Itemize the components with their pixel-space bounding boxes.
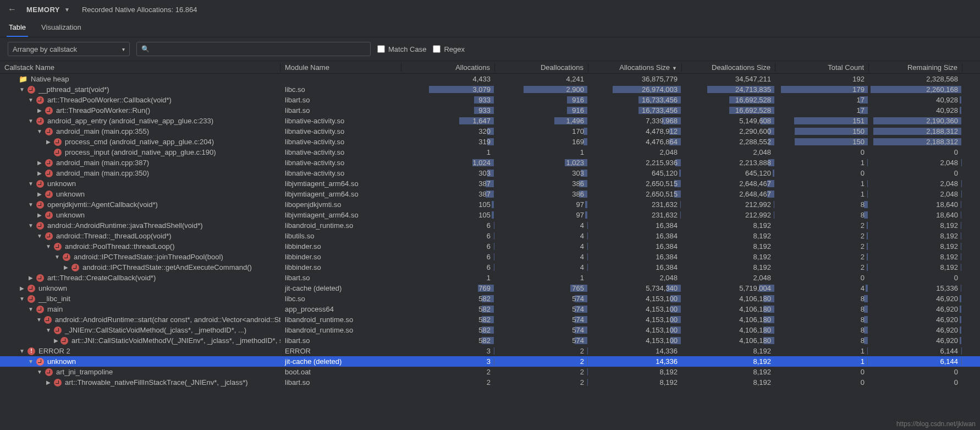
table-row[interactable]: ▶process_input (android_native_app_glue.…: [0, 147, 980, 157]
chevron-down-icon[interactable]: ▼: [64, 7, 70, 13]
disclosure-open-icon[interactable]: ▼: [36, 317, 42, 323]
match-case-checkbox[interactable]: Match Case: [377, 45, 426, 53]
search-input[interactable]: [153, 45, 366, 53]
table-row[interactable]: ▶art::Throwable_nativeFillInStackTrace(_…: [0, 377, 980, 388]
table-row[interactable]: ▼android::AndroidRuntime::javaThreadShel…: [0, 220, 980, 231]
disclosure-closed-icon[interactable]: ▶: [54, 338, 58, 344]
disclosure-closed-icon[interactable]: ▶: [45, 139, 52, 145]
dealloc_size-cell: 4,106,180: [682, 326, 775, 334]
col-alloc-size[interactable]: Allocations Size▼: [588, 63, 682, 72]
table-row[interactable]: ▼android_app_entry (android_native_app_g…: [0, 116, 980, 126]
table-row[interactable]: ▶📁Native heap4,4334,24136,875,77934,547,…: [0, 74, 980, 84]
dealloc_size-cell: 8,192: [682, 378, 775, 387]
table-row[interactable]: ▶android_main (main.cpp:387)libnative-ac…: [0, 157, 980, 168]
table-row[interactable]: ▶art::JNI::CallStaticVoidMethodV(_JNIEnv…: [0, 335, 980, 346]
alloc_size-cell: 14,336: [588, 357, 682, 366]
disclosure-open-icon[interactable]: ▼: [27, 97, 34, 103]
disclosure-open-icon[interactable]: ▼: [27, 358, 34, 364]
tab-visualization[interactable]: Visualization: [39, 19, 84, 37]
table-row[interactable]: ▼art_jni_trampolineboot.oat228,1928,1920…: [0, 367, 980, 377]
callstack-name: process_cmd (android_native_app_glue.c:2…: [65, 138, 214, 146]
callstack-name: android::AndroidRuntime::start(char cons…: [55, 315, 280, 324]
table-row[interactable]: ▶unknownlibjvmtiagent_arm64.so3873862,65…: [0, 189, 980, 199]
table-row[interactable]: ▶process_cmd (android_native_app_glue.c:…: [0, 137, 980, 147]
disclosure-open-icon[interactable]: ▼: [36, 233, 43, 239]
regex-input[interactable]: [433, 45, 441, 53]
callstack-name: __pthread_start(void*): [38, 85, 109, 94]
disclosure-closed-icon[interactable]: ▶: [36, 212, 43, 218]
arrange-by-select[interactable]: Arrange by callstack ▾: [8, 42, 130, 56]
total_count-cell: 1: [775, 357, 869, 366]
disclosure-open-icon[interactable]: ▼: [27, 202, 34, 208]
dealloc_size-cell: 212,992: [682, 211, 775, 219]
callstack-cell: ▶android_main (main.cpp:387): [0, 159, 280, 167]
table-row[interactable]: ▼art::ThreadPoolWorker::Callback(void*)l…: [0, 95, 980, 105]
col-total-count[interactable]: Total Count: [775, 63, 869, 72]
disclosure-open-icon[interactable]: ▼: [27, 181, 34, 187]
table-row[interactable]: ▼android::AndroidRuntime::start(char con…: [0, 314, 980, 325]
remain_size-cell: 2,048: [869, 179, 962, 188]
alloc_size-cell: 16,733,456: [588, 106, 682, 115]
table-row[interactable]: ▼openjdkjvmti::AgentCallback(void*)libop…: [0, 199, 980, 210]
disclosure-open-icon[interactable]: ▼: [19, 296, 25, 302]
disclosure-open-icon[interactable]: ▼: [36, 128, 43, 134]
search-field[interactable]: 🔍: [136, 42, 371, 56]
col-dealloc-size[interactable]: Deallocations Size: [682, 63, 775, 72]
match-case-input[interactable]: [377, 45, 385, 53]
tab-table[interactable]: Table: [7, 19, 28, 37]
disclosure-open-icon[interactable]: ▼: [27, 118, 34, 124]
table-row[interactable]: ▼mainapp_process645825744,153,1004,106,1…: [0, 304, 980, 314]
table-row[interactable]: ▼__libc_initlibc.so5825744,153,1004,106,…: [0, 293, 980, 304]
disclosure-open-icon[interactable]: ▼: [19, 86, 25, 92]
table-row[interactable]: ▼android::IPCThreadState::joinThreadPool…: [0, 252, 980, 262]
disclosure-closed-icon[interactable]: ▶: [19, 285, 25, 291]
remain_size-cell: 0: [869, 368, 962, 376]
disclosure-closed-icon[interactable]: ▶: [27, 275, 34, 281]
callstack-cell: ▼android::AndroidRuntime::start(char con…: [0, 315, 280, 324]
table-row[interactable]: ▼android_main (main.cpp:355)libnative-ac…: [0, 126, 980, 137]
disclosure-open-icon[interactable]: ▼: [19, 348, 25, 354]
table-row[interactable]: ▼!ERROR 2ERROR3214,3368,19216,144: [0, 346, 980, 356]
table-row[interactable]: ▼unknownlibjvmtiagent_arm64.so3873862,65…: [0, 178, 980, 189]
disclosure-closed-icon[interactable]: ▶: [36, 107, 43, 113]
table-row[interactable]: ▶art::Thread::CreateCallback(void*)libar…: [0, 273, 980, 283]
disclosure-open-icon[interactable]: ▼: [54, 254, 60, 260]
deallocs-cell: 386: [495, 179, 588, 188]
table-row[interactable]: ▼_JNIEnv::CallStaticVoidMethod(_jclass*,…: [0, 325, 980, 335]
col-callstack[interactable]: Callstack Name: [0, 63, 280, 72]
col-remaining-size[interactable]: Remaining Size: [869, 63, 962, 72]
disclosure-closed-icon[interactable]: ▶: [36, 191, 43, 197]
callstack-name: android_app_entry (android_native_app_gl…: [47, 117, 213, 125]
table-row[interactable]: ▼android::Thread::_threadLoop(void*)libu…: [0, 231, 980, 241]
remain_size-cell: 0: [869, 274, 962, 282]
disclosure-open-icon[interactable]: ▼: [36, 369, 43, 375]
table-row[interactable]: ▼android::PoolThread::threadLoop()libbin…: [0, 241, 980, 252]
disclosure-open-icon[interactable]: ▼: [27, 222, 34, 228]
table-row[interactable]: ▶android_main (main.cpp:350)libnative-ac…: [0, 168, 980, 178]
table-row[interactable]: ▼__pthread_start(void*)libc.so3,0792,900…: [0, 84, 980, 95]
col-module[interactable]: Module Name: [280, 63, 401, 72]
table-row[interactable]: ▶android::IPCThreadState::getAndExecuteC…: [0, 262, 980, 273]
callstack-name: art::ThreadPoolWorker::Run(): [56, 106, 150, 115]
disclosure-open-icon[interactable]: ▼: [27, 306, 34, 312]
dealloc_size-cell: 2,048: [682, 274, 775, 282]
dealloc_size-cell: 4,106,180: [682, 336, 775, 345]
col-allocations[interactable]: Allocations: [401, 63, 495, 72]
total_count-cell: 0: [775, 274, 869, 282]
disclosure-open-icon[interactable]: ▼: [45, 243, 52, 249]
callstack-cell: ▼main: [0, 305, 280, 313]
callstack-cell: ▼android_main (main.cpp:355): [0, 127, 280, 135]
disclosure-closed-icon[interactable]: ▶: [63, 264, 69, 270]
regex-checkbox[interactable]: Regex: [433, 45, 465, 53]
col-deallocations[interactable]: Deallocations: [495, 63, 588, 72]
table-row[interactable]: ▼unknownjit-cache (deleted)3214,3368,192…: [0, 356, 980, 367]
disclosure-open-icon[interactable]: ▼: [45, 327, 52, 333]
table-row[interactable]: ▶unknownjit-cache (deleted)7697655,734,3…: [0, 283, 980, 293]
back-arrow-icon[interactable]: ←: [8, 4, 16, 14]
disclosure-closed-icon[interactable]: ▶: [36, 170, 43, 176]
table-row[interactable]: ▶art::ThreadPoolWorker::Run()libart.so93…: [0, 105, 980, 116]
disclosure-closed-icon[interactable]: ▶: [45, 379, 52, 385]
table-row[interactable]: ▶unknownlibjvmtiagent_arm64.so10597231,6…: [0, 210, 980, 220]
total_count-cell: 1: [775, 159, 869, 167]
disclosure-closed-icon[interactable]: ▶: [36, 160, 43, 166]
